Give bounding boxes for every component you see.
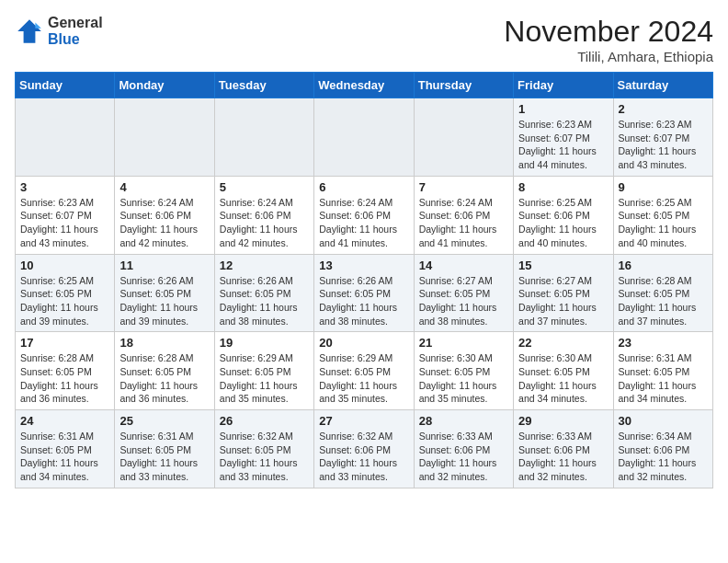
calendar-cell: 15Sunrise: 6:27 AMSunset: 6:05 PMDayligh… xyxy=(514,254,613,332)
calendar-cell: 26Sunrise: 6:32 AMSunset: 6:05 PMDayligh… xyxy=(214,410,313,488)
calendar-cell: 10Sunrise: 6:25 AMSunset: 6:05 PMDayligh… xyxy=(16,254,115,332)
location: Tilili, Amhara, Ethiopia xyxy=(504,49,713,64)
calendar-cell: 13Sunrise: 6:26 AMSunset: 6:05 PMDayligh… xyxy=(314,254,414,332)
calendar-cell: 12Sunrise: 6:26 AMSunset: 6:05 PMDayligh… xyxy=(214,254,313,332)
calendar-cell: 6Sunrise: 6:24 AMSunset: 6:06 PMDaylight… xyxy=(314,176,414,254)
calendar-cell: 14Sunrise: 6:27 AMSunset: 6:05 PMDayligh… xyxy=(414,254,513,332)
calendar-cell: 16Sunrise: 6:28 AMSunset: 6:05 PMDayligh… xyxy=(613,254,712,332)
calendar-week-row: 17Sunrise: 6:28 AMSunset: 6:05 PMDayligh… xyxy=(16,332,713,410)
day-info: Sunrise: 6:23 AMSunset: 6:07 PMDaylight:… xyxy=(619,118,708,172)
day-number: 20 xyxy=(319,336,408,350)
calendar-cell: 30Sunrise: 6:34 AMSunset: 6:06 PMDayligh… xyxy=(613,410,712,488)
day-info: Sunrise: 6:26 AMSunset: 6:05 PMDaylight:… xyxy=(319,274,408,328)
day-number: 27 xyxy=(319,414,408,428)
calendar-cell: 18Sunrise: 6:28 AMSunset: 6:05 PMDayligh… xyxy=(115,332,214,410)
day-info: Sunrise: 6:29 AMSunset: 6:05 PMDaylight:… xyxy=(220,351,309,406)
day-number: 2 xyxy=(619,102,708,116)
day-number: 4 xyxy=(119,180,209,194)
weekday-header-tuesday: Tuesday xyxy=(214,73,313,98)
day-info: Sunrise: 6:30 AMSunset: 6:05 PMDaylight:… xyxy=(518,351,608,406)
calendar-week-row: 10Sunrise: 6:25 AMSunset: 6:05 PMDayligh… xyxy=(16,254,713,332)
day-info: Sunrise: 6:23 AMSunset: 6:07 PMDaylight:… xyxy=(518,118,608,172)
day-number: 30 xyxy=(619,414,708,428)
calendar-cell: 5Sunrise: 6:24 AMSunset: 6:06 PMDaylight… xyxy=(214,176,313,254)
day-info: Sunrise: 6:28 AMSunset: 6:05 PMDaylight:… xyxy=(619,274,708,328)
day-number: 19 xyxy=(220,336,309,350)
day-info: Sunrise: 6:33 AMSunset: 6:06 PMDaylight:… xyxy=(419,430,508,484)
calendar-cell: 8Sunrise: 6:25 AMSunset: 6:06 PMDaylight… xyxy=(514,176,613,254)
day-info: Sunrise: 6:34 AMSunset: 6:06 PMDaylight:… xyxy=(619,430,708,484)
day-info: Sunrise: 6:24 AMSunset: 6:06 PMDaylight:… xyxy=(220,196,309,250)
day-info: Sunrise: 6:32 AMSunset: 6:05 PMDaylight:… xyxy=(220,430,309,484)
day-number: 13 xyxy=(319,259,408,272)
title-block: November 2024 Tilili, Amhara, Ethiopia xyxy=(504,15,713,64)
calendar-week-row: 1Sunrise: 6:23 AMSunset: 6:07 PMDaylight… xyxy=(16,98,713,177)
day-number: 11 xyxy=(119,259,209,272)
day-number: 17 xyxy=(20,336,109,350)
day-info: Sunrise: 6:31 AMSunset: 6:05 PMDaylight:… xyxy=(20,430,109,484)
calendar-cell xyxy=(214,98,313,177)
day-info: Sunrise: 6:23 AMSunset: 6:07 PMDaylight:… xyxy=(20,196,109,250)
day-info: Sunrise: 6:28 AMSunset: 6:05 PMDaylight:… xyxy=(20,351,109,406)
weekday-header-sunday: Sunday xyxy=(16,73,115,98)
calendar-cell: 22Sunrise: 6:30 AMSunset: 6:05 PMDayligh… xyxy=(514,332,613,410)
day-info: Sunrise: 6:25 AMSunset: 6:05 PMDaylight:… xyxy=(20,274,109,328)
day-info: Sunrise: 6:29 AMSunset: 6:05 PMDaylight:… xyxy=(319,351,408,406)
day-number: 5 xyxy=(220,180,309,194)
day-number: 15 xyxy=(518,259,608,272)
calendar-cell: 27Sunrise: 6:32 AMSunset: 6:06 PMDayligh… xyxy=(314,410,414,488)
day-number: 8 xyxy=(518,180,608,194)
calendar-cell: 28Sunrise: 6:33 AMSunset: 6:06 PMDayligh… xyxy=(414,410,513,488)
logo-blue: Blue xyxy=(48,31,103,48)
calendar-cell: 29Sunrise: 6:33 AMSunset: 6:06 PMDayligh… xyxy=(514,410,613,488)
svg-marker-1 xyxy=(35,22,40,28)
weekday-header-row: SundayMondayTuesdayWednesdayThursdayFrid… xyxy=(16,73,713,98)
calendar-cell xyxy=(115,98,214,177)
calendar-cell xyxy=(16,98,115,177)
svg-marker-0 xyxy=(17,19,41,43)
calendar-cell: 25Sunrise: 6:31 AMSunset: 6:05 PMDayligh… xyxy=(115,410,214,488)
calendar-cell xyxy=(414,98,513,177)
day-number: 1 xyxy=(518,102,608,116)
day-number: 14 xyxy=(419,259,508,272)
day-info: Sunrise: 6:26 AMSunset: 6:05 PMDaylight:… xyxy=(220,274,309,328)
day-number: 10 xyxy=(20,259,109,272)
calendar-cell: 21Sunrise: 6:30 AMSunset: 6:05 PMDayligh… xyxy=(414,332,513,410)
weekday-header-wednesday: Wednesday xyxy=(314,73,414,98)
day-number: 7 xyxy=(419,180,508,194)
calendar-cell: 3Sunrise: 6:23 AMSunset: 6:07 PMDaylight… xyxy=(16,176,115,254)
day-number: 29 xyxy=(518,414,608,428)
page-header: General Blue November 2024 Tilili, Amhar… xyxy=(15,15,713,64)
calendar-week-row: 24Sunrise: 6:31 AMSunset: 6:05 PMDayligh… xyxy=(16,410,713,488)
calendar-cell: 9Sunrise: 6:25 AMSunset: 6:05 PMDaylight… xyxy=(613,176,712,254)
day-info: Sunrise: 6:24 AMSunset: 6:06 PMDaylight:… xyxy=(419,196,508,250)
day-info: Sunrise: 6:27 AMSunset: 6:05 PMDaylight:… xyxy=(518,274,608,328)
day-info: Sunrise: 6:32 AMSunset: 6:06 PMDaylight:… xyxy=(319,430,408,484)
calendar-cell xyxy=(314,98,414,177)
weekday-header-friday: Friday xyxy=(514,73,613,98)
logo-icon xyxy=(15,17,44,46)
day-number: 24 xyxy=(20,414,109,428)
weekday-header-thursday: Thursday xyxy=(414,73,513,98)
calendar-cell: 24Sunrise: 6:31 AMSunset: 6:05 PMDayligh… xyxy=(16,410,115,488)
calendar-week-row: 3Sunrise: 6:23 AMSunset: 6:07 PMDaylight… xyxy=(16,176,713,254)
day-info: Sunrise: 6:24 AMSunset: 6:06 PMDaylight:… xyxy=(319,196,408,250)
day-info: Sunrise: 6:25 AMSunset: 6:06 PMDaylight:… xyxy=(518,196,608,250)
calendar-cell: 1Sunrise: 6:23 AMSunset: 6:07 PMDaylight… xyxy=(514,98,613,177)
day-number: 6 xyxy=(319,180,408,194)
day-number: 16 xyxy=(619,259,708,272)
weekday-header-monday: Monday xyxy=(115,73,214,98)
day-number: 18 xyxy=(119,336,209,350)
day-info: Sunrise: 6:24 AMSunset: 6:06 PMDaylight:… xyxy=(119,196,209,250)
calendar-table: SundayMondayTuesdayWednesdayThursdayFrid… xyxy=(15,72,713,488)
calendar-cell: 20Sunrise: 6:29 AMSunset: 6:05 PMDayligh… xyxy=(314,332,414,410)
day-info: Sunrise: 6:25 AMSunset: 6:05 PMDaylight:… xyxy=(619,196,708,250)
month-title: November 2024 xyxy=(504,15,713,49)
day-number: 22 xyxy=(518,336,608,350)
day-number: 23 xyxy=(619,336,708,350)
calendar-cell: 17Sunrise: 6:28 AMSunset: 6:05 PMDayligh… xyxy=(16,332,115,410)
calendar-cell: 11Sunrise: 6:26 AMSunset: 6:05 PMDayligh… xyxy=(115,254,214,332)
calendar-cell: 7Sunrise: 6:24 AMSunset: 6:06 PMDaylight… xyxy=(414,176,513,254)
calendar-cell: 23Sunrise: 6:31 AMSunset: 6:05 PMDayligh… xyxy=(613,332,712,410)
day-info: Sunrise: 6:31 AMSunset: 6:05 PMDaylight:… xyxy=(619,351,708,406)
